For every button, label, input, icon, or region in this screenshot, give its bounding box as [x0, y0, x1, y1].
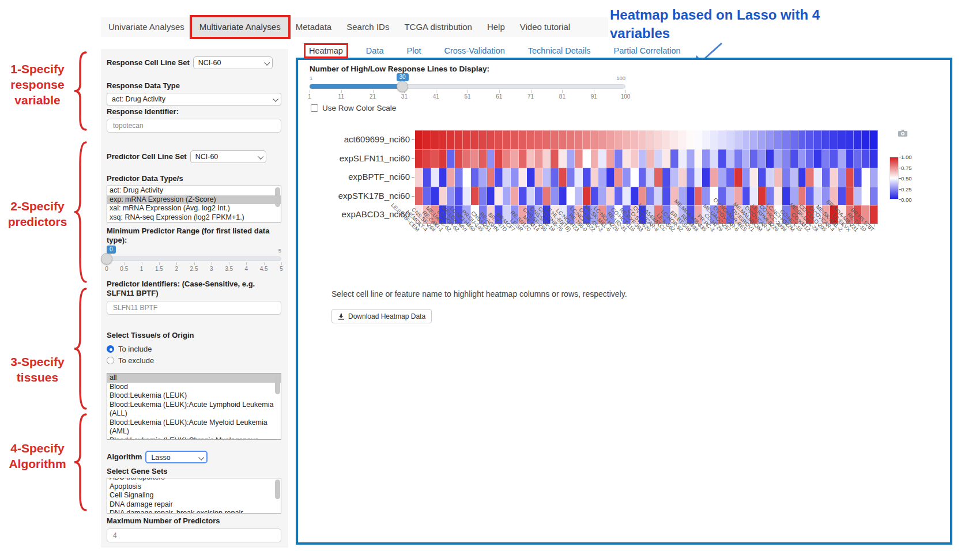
- heatmap-cell[interactable]: [439, 168, 447, 187]
- nav-tab-video-tutorial[interactable]: Video tutorial: [512, 17, 578, 37]
- heatmap-cell[interactable]: [583, 168, 591, 187]
- heatmap-cell[interactable]: [495, 149, 503, 168]
- heatmap-cell[interactable]: [687, 130, 695, 149]
- heatmap-cell[interactable]: [583, 130, 591, 149]
- heatmap-cell[interactable]: [670, 130, 679, 149]
- heatmap-cell[interactable]: [511, 168, 519, 187]
- heatmap-cell[interactable]: [862, 168, 870, 187]
- list-option[interactable]: ABC transporters: [107, 478, 281, 482]
- heatmap-cell[interactable]: [806, 168, 814, 187]
- heatmap-cell[interactable]: [782, 130, 790, 149]
- heatmap-cell[interactable]: [415, 168, 423, 187]
- heatmap-cell[interactable]: [559, 130, 567, 149]
- heatmap-cell[interactable]: [431, 168, 439, 187]
- nav-tab-help[interactable]: Help: [480, 17, 512, 37]
- heatmap-cell[interactable]: [782, 168, 790, 187]
- heatmap-cell[interactable]: [639, 168, 647, 187]
- tissue-listbox[interactable]: allBloodBlood:Leukemia (LEUK)Blood:Leuke…: [107, 373, 281, 440]
- heatmap-cell[interactable]: [662, 187, 670, 206]
- heatmap-cell[interactable]: [854, 149, 862, 168]
- heatmap-cell[interactable]: [774, 187, 782, 206]
- heatmap-cell[interactable]: [838, 168, 846, 187]
- heatmap-cell[interactable]: [463, 130, 471, 149]
- heatmap-cell[interactable]: [543, 187, 551, 206]
- heatmap-cell[interactable]: [575, 187, 583, 206]
- heatmap-cell[interactable]: [591, 130, 599, 149]
- heatmap-cell[interactable]: [750, 168, 758, 187]
- heatmap-cell[interactable]: [495, 187, 503, 206]
- heatmap-cell[interactable]: [758, 168, 766, 187]
- heatmap-cell[interactable]: [750, 130, 758, 149]
- heatmap-cell[interactable]: [439, 187, 447, 206]
- heatmap-cell[interactable]: [503, 130, 511, 149]
- heatmap-cell[interactable]: [854, 187, 862, 206]
- heatmap-cell[interactable]: [646, 149, 654, 168]
- list-option[interactable]: Blood: [107, 383, 281, 392]
- heatmap-cell[interactable]: [511, 130, 519, 149]
- heatmap-cell[interactable]: [814, 149, 822, 168]
- heatmap-cell[interactable]: [583, 187, 591, 206]
- heatmap-cell[interactable]: [527, 149, 535, 168]
- heatmap-cell[interactable]: [702, 168, 710, 187]
- heatmap-cell[interactable]: [543, 149, 551, 168]
- heatmap-cell[interactable]: [511, 149, 519, 168]
- heatmap-cell[interactable]: [479, 168, 487, 187]
- download-heatmap-button[interactable]: Download Heatmap Data: [331, 309, 432, 323]
- heatmap-cell[interactable]: [654, 149, 662, 168]
- heatmap-cell[interactable]: [567, 168, 575, 187]
- heatmap-cell[interactable]: [567, 187, 575, 206]
- heatmap-cell[interactable]: [606, 168, 615, 187]
- list-option[interactable]: Cell Signaling: [107, 491, 281, 500]
- heatmap-cell[interactable]: [838, 130, 846, 149]
- heatmap-cell[interactable]: [846, 130, 854, 149]
- heatmap-cell[interactable]: [838, 149, 846, 168]
- heatmap-cell[interactable]: [527, 168, 535, 187]
- heatmap-cell[interactable]: [798, 168, 806, 187]
- heatmap-cell[interactable]: [543, 130, 551, 149]
- heatmap-cell[interactable]: [870, 205, 878, 224]
- heatmap-cell[interactable]: [695, 168, 703, 187]
- heatmap-cell[interactable]: [639, 130, 647, 149]
- heatmap-row-label[interactable]: expBPTF_nci60: [299, 172, 410, 182]
- heatmap-cell[interactable]: [591, 149, 599, 168]
- heatmap-cell[interactable]: [710, 168, 718, 187]
- heatmap-cell[interactable]: [862, 130, 870, 149]
- heatmap-cell[interactable]: [455, 168, 463, 187]
- heatmap-cell[interactable]: [718, 149, 726, 168]
- heatmap-cell[interactable]: [774, 149, 782, 168]
- heatmap-cell[interactable]: [598, 130, 606, 149]
- heatmap-cell[interactable]: [495, 168, 503, 187]
- heatmap-cell[interactable]: [583, 149, 591, 168]
- heatmap-cell[interactable]: [519, 187, 527, 206]
- heatmap-cell[interactable]: [662, 130, 670, 149]
- list-option[interactable]: Blood:Leukemia (LEUK):Acute Lymphoid Leu…: [107, 401, 281, 418]
- heatmap-cell[interactable]: [551, 149, 559, 168]
- heatmap-row-label[interactable]: expSLFN11_nci60: [299, 153, 410, 163]
- heatmap-cell[interactable]: [654, 168, 662, 187]
- heatmap-cell[interactable]: [710, 130, 718, 149]
- heatmap-cell[interactable]: [734, 149, 742, 168]
- heatmap-cell[interactable]: [662, 168, 670, 187]
- heatmap-cell[interactable]: [806, 130, 814, 149]
- heatmap-row-label[interactable]: expSTK17B_nci60: [299, 191, 410, 201]
- heatmap-cell[interactable]: [639, 149, 647, 168]
- max-predictors-input[interactable]: 4: [107, 529, 281, 542]
- camera-icon[interactable]: [898, 129, 908, 137]
- heatmap-cell[interactable]: [615, 168, 623, 187]
- heatmap-cell[interactable]: [782, 187, 790, 206]
- heatmap-cell[interactable]: [838, 187, 846, 206]
- heatmap-cell[interactable]: [615, 187, 623, 206]
- heatmap-cell[interactable]: [766, 149, 774, 168]
- heatmap-cell[interactable]: [471, 149, 479, 168]
- heatmap-cell[interactable]: [615, 149, 623, 168]
- heatmap-cell[interactable]: [423, 168, 431, 187]
- tab-plot[interactable]: Plot: [403, 45, 424, 56]
- list-option[interactable]: exp: mRNA Expression (Z-Score): [107, 195, 281, 205]
- heatmap-cell[interactable]: [423, 149, 431, 168]
- heatmap-cell[interactable]: [447, 187, 455, 206]
- heatmap-cell[interactable]: [670, 168, 679, 187]
- heatmap-cell[interactable]: [718, 130, 726, 149]
- predictor-cell-line-set-select[interactable]: NCI-60: [190, 150, 266, 163]
- heatmap-cell[interactable]: [726, 149, 734, 168]
- heatmap-cell[interactable]: [870, 187, 878, 206]
